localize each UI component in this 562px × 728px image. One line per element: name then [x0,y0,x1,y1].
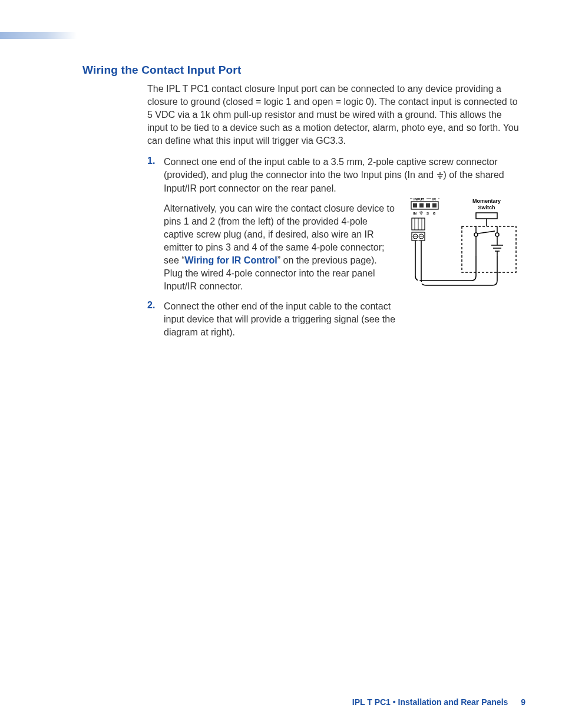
diagram-label-switch-2: Switch [478,205,495,210]
page-content: Wiring the Contact Input Port The IPL T … [82,64,524,346]
svg-line-11 [478,231,495,233]
step-1-para-1: Connect one end of the input cable to a … [164,156,524,195]
diagram-label-s: S [427,212,429,215]
ground-symbol-icon [437,172,444,179]
svg-rect-20 [413,203,417,207]
step-body: Connect the other end of the input cable… [164,300,398,339]
page-footer: IPL T PC1 • Installation and Rear Panels… [352,697,525,707]
section-heading: Wiring the Contact Input Port [82,64,524,77]
step-number: 1. [147,156,164,293]
svg-rect-21 [419,203,424,207]
cross-reference-link[interactable]: Wiring for IR Control [185,255,277,265]
diagram-label-in: IN [413,212,416,215]
page-number: 9 [521,697,525,707]
svg-point-8 [474,233,478,236]
header-gradient-bar [0,32,77,39]
wiring-diagram: Momentary Switch INPUT [410,197,522,297]
svg-rect-22 [426,203,430,207]
step-1-para-2: Alternatively, you can wire the contact … [164,202,398,294]
svg-rect-6 [462,226,516,272]
svg-rect-4 [476,213,497,219]
diagram-label-switch-1: Momentary [472,198,501,204]
footer-title: IPL T PC1 • Installation and Rear Panels [352,697,508,707]
intro-paragraph: The IPL T PC1 contact closure Input port… [147,83,524,147]
diagram-label-input: INPUT [414,197,424,201]
svg-rect-23 [432,203,437,207]
step-number: 2. [147,300,164,339]
ground-symbol-icon [419,211,423,215]
step-2: 2. Connect the other end of the input ca… [147,300,524,339]
diagram-label-g: G [433,212,436,215]
svg-point-10 [495,233,499,236]
diagram-label-ir: IR [432,197,437,201]
